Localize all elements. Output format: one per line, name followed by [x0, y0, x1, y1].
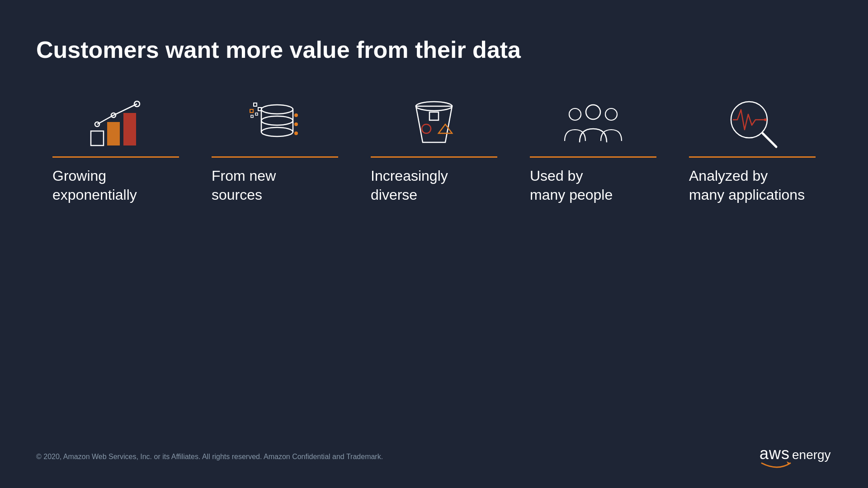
people-icon-area [530, 99, 656, 149]
diverse-icon-area [371, 99, 497, 149]
database-icon [245, 99, 304, 149]
card-divider-growing [52, 156, 179, 158]
growing-icon-area [52, 99, 179, 149]
svg-point-15 [294, 131, 298, 135]
card-divider-diverse [371, 156, 497, 158]
card-label-applications: Analyzed by many applications [689, 167, 805, 204]
svg-point-11 [261, 127, 293, 136]
svg-point-12 [261, 116, 293, 125]
cards-row: Growing exponentially [36, 99, 832, 204]
svg-point-23 [422, 124, 431, 133]
card-label-people: Used by many people [530, 167, 613, 204]
svg-point-25 [586, 105, 600, 119]
card-label-sources: From new sources [212, 167, 276, 204]
svg-point-30 [764, 118, 767, 121]
svg-rect-18 [250, 109, 253, 113]
svg-rect-1 [107, 122, 120, 145]
card-label-diverse: Increasingly diverse [371, 167, 448, 204]
svg-point-26 [569, 108, 581, 120]
svg-rect-19 [255, 113, 258, 115]
svg-point-27 [605, 108, 617, 120]
svg-rect-22 [429, 112, 439, 120]
svg-rect-20 [251, 115, 253, 117]
aws-brand: aws energy [760, 443, 832, 470]
people-icon [564, 99, 623, 149]
svg-rect-0 [91, 131, 104, 145]
aws-logo: aws energy [760, 443, 832, 470]
svg-rect-2 [123, 113, 136, 145]
card-people: Used by many people [530, 99, 656, 204]
svg-point-14 [294, 122, 298, 126]
slide-container: Customers want more value from their dat… [0, 0, 868, 488]
card-applications: Analyzed by many applications [689, 99, 816, 204]
svg-marker-24 [439, 124, 452, 133]
svg-point-8 [261, 105, 293, 114]
svg-text:aws: aws [760, 444, 790, 463]
card-divider-people [530, 156, 656, 158]
card-divider-applications [689, 156, 816, 158]
applications-icon-area [689, 99, 816, 149]
card-divider-sources [212, 156, 338, 158]
footer: © 2020, Amazon Web Services, Inc. or its… [36, 443, 832, 470]
bucket-icon [405, 99, 463, 149]
card-growing: Growing exponentially [52, 99, 179, 204]
svg-line-29 [763, 133, 776, 147]
slide-title: Customers want more value from their dat… [36, 36, 832, 63]
analytics-icon [723, 97, 782, 151]
svg-text:energy: energy [792, 448, 831, 462]
card-label-growing: Growing exponentially [52, 167, 137, 204]
sources-icon-area [212, 99, 338, 149]
svg-rect-16 [254, 103, 257, 106]
svg-point-13 [294, 113, 298, 117]
aws-logo-svg: aws energy [760, 443, 832, 468]
card-sources: From new sources [212, 99, 338, 204]
card-diverse: Increasingly diverse [371, 99, 497, 204]
bar-chart-icon [86, 99, 145, 149]
copyright-text: © 2020, Amazon Web Services, Inc. or its… [36, 453, 383, 461]
